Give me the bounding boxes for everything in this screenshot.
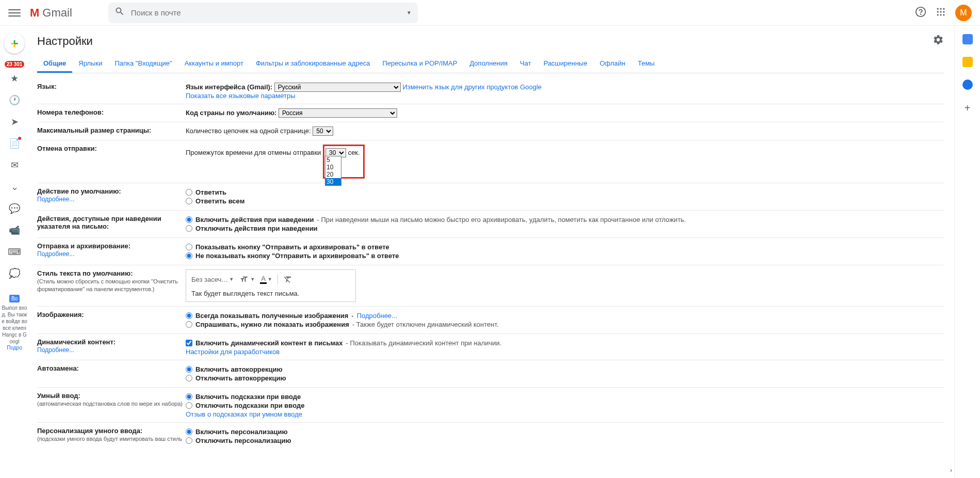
svg-point-8 <box>937 14 939 15</box>
images-always-radio[interactable] <box>186 312 192 319</box>
tab-4[interactable]: Фильтры и заблокированные адреса <box>250 55 376 73</box>
search-options-caret[interactable]: ▼ <box>406 10 412 15</box>
svg-point-7 <box>943 11 944 12</box>
change-google-language-link[interactable]: Изменить язык для других продуктов Googl… <box>402 83 542 91</box>
hover-enable-label: Включить действия при наведении <box>195 216 314 224</box>
gmail-logo[interactable]: M Gmail <box>30 6 72 20</box>
personalization-disable-radio[interactable] <box>186 437 192 444</box>
font-family-dropdown[interactable]: Без засеч… ▼ <box>191 276 234 283</box>
personalization-sublabel: (подсказки умного ввода будут имитироват… <box>37 436 182 442</box>
reply-radio[interactable] <box>186 189 192 196</box>
smart-disable-radio[interactable] <box>186 402 192 409</box>
gear-icon[interactable] <box>933 34 944 48</box>
text-color-dropdown[interactable]: A ▼ <box>260 275 272 284</box>
autocorrect-enable-label: Включить автокоррекцию <box>195 365 283 373</box>
tab-6[interactable]: Дополнения <box>463 55 514 73</box>
keyboard-icon[interactable]: ⌨ <box>8 246 21 258</box>
toolbar-divider <box>277 274 278 284</box>
svg-point-2 <box>937 8 939 10</box>
svg-point-5 <box>937 11 939 12</box>
tab-9[interactable]: Офлайн <box>594 55 632 73</box>
add-app-icon[interactable]: + <box>965 102 971 114</box>
keep-app-icon[interactable] <box>962 57 973 67</box>
tab-0[interactable]: Общие <box>37 55 72 73</box>
archive-hide-label: Не показывать кнопку "Отправить и архиви… <box>195 252 399 260</box>
tab-3[interactable]: Аккаунты и импорт <box>178 55 250 73</box>
page-title: Настройки <box>37 35 93 48</box>
sent-icon[interactable]: ➤ <box>11 116 19 128</box>
tab-7[interactable]: Чат <box>514 55 537 73</box>
search-box[interactable]: ▼ <box>108 3 418 23</box>
video-icon[interactable]: 📹 <box>9 225 20 236</box>
font-size-dropdown[interactable]: ▼ <box>239 275 255 283</box>
text-style-toolbar: Без засеч… ▼ ▼ A ▼ Так будет выглядеть т… <box>186 269 356 302</box>
hangouts-icon[interactable]: 💭 <box>9 268 20 279</box>
smart-compose-sublabel: (автоматическая подстановка слов по мере… <box>37 401 183 407</box>
chat-icon[interactable]: 💬 <box>9 203 20 214</box>
undo-option-10[interactable]: 10 <box>325 164 341 171</box>
default-action-label: Действие по умолчанию: <box>37 187 121 195</box>
search-input[interactable] <box>131 8 406 17</box>
settings-tabs: ОбщиеЯрлыкиПапка "Входящие"Аккаунты и им… <box>37 55 944 73</box>
archive-show-radio[interactable] <box>186 244 192 250</box>
hover-enable-radio[interactable] <box>186 216 192 223</box>
drafts-icon[interactable]: 📄 <box>9 138 20 149</box>
dynamic-details-link[interactable]: Подробнее... <box>37 346 74 354</box>
tab-1[interactable]: Ярлыки <box>72 55 108 73</box>
undo-option-30[interactable]: 30 <box>325 178 341 185</box>
hover-actions-label: Действия, доступные при наведении указат… <box>37 215 186 233</box>
tab-8[interactable]: Расширенные <box>537 55 594 73</box>
reply-all-radio[interactable] <box>186 198 192 204</box>
svg-point-6 <box>940 11 941 12</box>
mail-icon[interactable]: ✉ <box>11 160 19 171</box>
dynamic-enable-label: Включить динамический контент в письмах <box>195 339 342 347</box>
tab-10[interactable]: Темы <box>631 55 661 73</box>
gmail-logo-text: Gmail <box>42 6 72 20</box>
gmail-m-icon: M <box>30 6 39 20</box>
starred-icon[interactable]: ★ <box>10 73 19 84</box>
threads-per-page-select[interactable]: 50 <box>313 126 333 136</box>
country-code-select[interactable]: Россия <box>279 108 397 118</box>
interface-language-select[interactable]: Русский <box>274 83 401 92</box>
images-ask-radio[interactable] <box>186 321 192 328</box>
compose-button[interactable]: + <box>4 33 25 54</box>
expand-sidepanel-icon[interactable]: › <box>950 466 952 474</box>
archive-hide-radio[interactable] <box>186 252 192 259</box>
images-details-link[interactable]: Подробнее... <box>357 312 397 320</box>
default-action-details-link[interactable]: Подробнее... <box>37 196 74 203</box>
phone-label: Номера телефонов: <box>37 108 186 118</box>
reply-all-radio-label: Ответить всем <box>195 197 244 205</box>
expand-more-icon[interactable]: ⌄ <box>11 181 19 193</box>
smart-feedback-link[interactable]: Отзыв о подсказках при умном вводе <box>186 410 302 418</box>
smart-enable-radio[interactable] <box>186 393 192 400</box>
tab-2[interactable]: Папка "Входящие" <box>108 55 178 73</box>
main-content: Настройки ОбщиеЯрлыкиПапка "Входящие"Акк… <box>29 26 954 478</box>
svg-point-3 <box>940 8 941 10</box>
smart-enable-label: Включить подсказки при вводе <box>195 393 301 401</box>
autocorrect-disable-radio[interactable] <box>186 375 192 381</box>
hover-disable-radio[interactable] <box>186 225 192 232</box>
main-menu-button[interactable] <box>8 7 21 19</box>
dynamic-label: Динамический контент: <box>37 338 116 346</box>
apps-grid-icon[interactable] <box>936 7 946 19</box>
snoozed-icon[interactable]: 🕐 <box>9 94 20 106</box>
archive-details-link[interactable]: Подробнее... <box>37 250 74 258</box>
show-all-languages-link[interactable]: Показать все языковые параметры <box>186 92 295 100</box>
account-avatar[interactable]: M <box>955 5 972 21</box>
dynamic-enable-checkbox[interactable] <box>186 340 192 346</box>
search-icon <box>115 6 125 19</box>
dynamic-dev-link[interactable]: Настройки для разработчиков <box>186 348 280 356</box>
svg-point-4 <box>943 8 944 10</box>
personalization-enable-radio[interactable] <box>186 428 192 435</box>
clear-format-button[interactable] <box>283 275 292 284</box>
interface-language-label: Язык интерфейса (Gmail): <box>186 83 272 91</box>
tasks-app-icon[interactable] <box>962 79 973 90</box>
undo-option-5[interactable]: 5 <box>325 156 341 164</box>
autocorrect-enable-radio[interactable] <box>186 366 192 373</box>
undo-option-20[interactable]: 20 <box>325 171 341 178</box>
help-icon[interactable] <box>915 6 926 19</box>
hangouts-link[interactable]: Подро <box>7 345 22 350</box>
tab-5[interactable]: Пересылка и POP/IMAP <box>376 55 463 73</box>
undo-interval-suffix: сек. <box>348 149 360 156</box>
calendar-app-icon[interactable] <box>962 34 973 44</box>
